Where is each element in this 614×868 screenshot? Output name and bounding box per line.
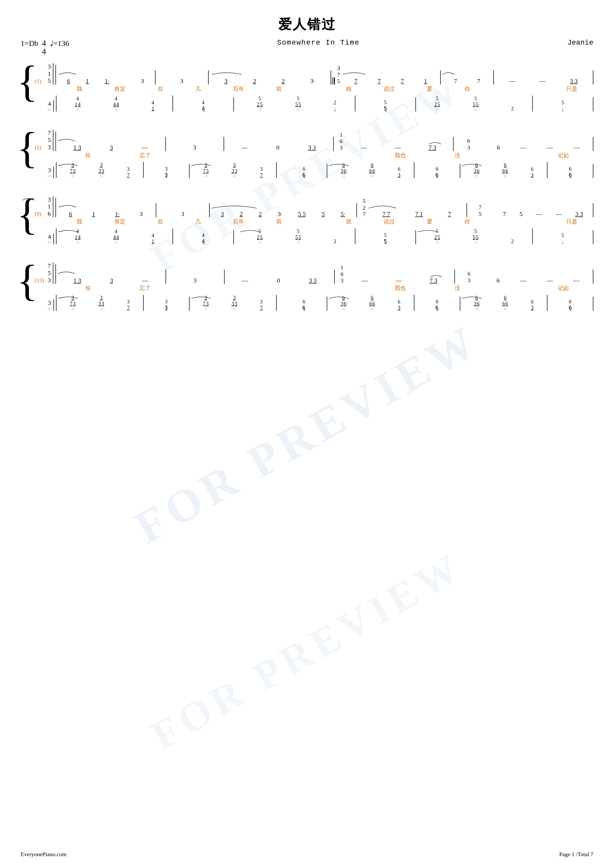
l2-10: 记起 xyxy=(558,152,569,159)
note-i-dot-1: 1· xyxy=(105,78,109,84)
system-1: { (1) 315 6 1 xyxy=(21,63,593,112)
l4-10: 记起 xyxy=(558,284,569,292)
page-title: 爱人错过 xyxy=(21,16,593,34)
l3-8: 就 xyxy=(346,218,351,225)
l3-4: 几 xyxy=(195,218,201,225)
lyrics-3: 我 肯定 在 几 百年 前 就 说过 爱 你 只是 xyxy=(61,218,593,225)
slur-9-5 xyxy=(22,197,35,201)
lyric-row-2: 你 忘了 我也 没 记起 xyxy=(35,152,593,159)
ndash3: — xyxy=(241,144,247,151)
bass-m6: 5 · xyxy=(533,98,593,112)
bass2-m6: 6 6̱ xyxy=(414,164,460,178)
ndash8: — xyxy=(574,144,580,151)
bass-m5: 5 25 : : 5 55 : : xyxy=(416,96,533,112)
treble-init-3: 316 xyxy=(48,196,53,217)
system-4: { (13) 753 1 3 3 — xyxy=(21,262,593,311)
n13-0: 0 xyxy=(277,277,280,284)
l4-8: 没 xyxy=(455,284,460,292)
n13-dash3: — xyxy=(242,277,248,284)
bass2-m3: 3 73 : : 3 33 : : xyxy=(190,162,277,178)
mid-init-2: 163 xyxy=(340,132,342,151)
n13-3t: 3 xyxy=(193,277,196,284)
l3-6: 前 xyxy=(276,218,282,225)
n9-7: 7 xyxy=(448,211,451,217)
brace-4: { xyxy=(17,271,38,290)
l3-3: 在 xyxy=(157,218,163,225)
b4-m7: 6 36 : : 6 66 : : 6 3 xyxy=(460,295,547,311)
m9-5-init: 7 5 xyxy=(467,203,493,217)
b3-m6: 5· xyxy=(533,230,593,244)
n9-3dot: 3· xyxy=(277,211,282,217)
bass2-m7: 6 36 : : 6 66 : : xyxy=(460,162,547,178)
l3-14: 只是 xyxy=(566,218,577,225)
lyric-4: 几 xyxy=(195,85,201,93)
bass-n4: 4 14 : : xyxy=(75,96,81,112)
ni3: 1 3 xyxy=(73,144,81,151)
lyric-14: 只是 xyxy=(566,85,577,93)
b4-slur2 xyxy=(191,295,211,299)
measure-1-6: — — 3 3 xyxy=(494,70,593,85)
bass-init-3: 4: : : xyxy=(48,233,54,245)
slur-9-4 xyxy=(368,204,396,209)
n3-1: 3 xyxy=(224,78,227,84)
bass-m4-content: 3 73 : : 3 33 : : 3 7 xyxy=(56,295,593,311)
slur-1 xyxy=(59,71,76,76)
note-i-1: 1 xyxy=(86,78,89,84)
bass-staff-1: 4: : : 4 14 : : 4 xyxy=(35,95,593,112)
treble-m3: 6 1 1· 3 3 3 2 xyxy=(56,198,593,217)
b4-m4: 66̱ xyxy=(281,297,327,311)
treble-measures-1: 6 1 1· 3 3 3 xyxy=(56,65,593,85)
lyrics-4: 你 忘了 我也 没 记起 xyxy=(61,284,593,292)
ndash4: — xyxy=(361,144,367,151)
m5-4: — — 7 3 xyxy=(344,137,454,151)
lyric-3: 在 xyxy=(157,85,163,93)
treble-staff-2: (5) 753 1 3 3 — 3 xyxy=(35,130,593,151)
n7-3: 7 xyxy=(401,78,404,84)
lyric-2: 肯定 xyxy=(114,85,126,93)
n73-wrap: 7 3 xyxy=(429,144,436,151)
bass-slur-2 xyxy=(191,163,211,167)
n7b: 7 xyxy=(477,78,480,84)
l2-2: 忘了 xyxy=(140,152,151,159)
system-2: { (5) 753 1 3 3 — xyxy=(21,130,593,178)
b4-slur3 xyxy=(328,295,349,299)
m13-4: — — 7 3 xyxy=(345,270,455,284)
b4-m8: 66̱ xyxy=(547,297,593,311)
n13-d1: — xyxy=(362,277,368,284)
note-3-1: 3 xyxy=(141,78,144,84)
bass-staff-2: 3: : : 3 73 : : xyxy=(35,161,593,178)
m13-5-init: 6 3 xyxy=(455,270,483,284)
n13-i3: 1 3 xyxy=(73,277,81,284)
b4-m6: 66̱ xyxy=(414,297,460,311)
treble-staff-3: (9) 316 6 1 1· 3 xyxy=(35,196,593,217)
bass-staff-3: 4: : : 4 14 : : 4 xyxy=(35,228,593,244)
measure-1-3: 3 2 2 3· xyxy=(208,70,331,85)
treble-init-4: 753 xyxy=(48,262,53,284)
treble-m2: 1 3 3 — 3 — 0 3 3 xyxy=(56,132,593,151)
m9-4: 7 7 7 1 7 xyxy=(367,203,467,217)
ndash: — xyxy=(141,144,148,151)
ndash5: — xyxy=(395,144,401,151)
n9-3-1: 3 xyxy=(221,211,224,217)
m9-1: 6 1 1· 3 xyxy=(56,203,156,217)
bass2-m4: 6 6̱ xyxy=(281,164,327,178)
lyric-8: 就 xyxy=(346,85,351,93)
l3-1: 我 xyxy=(76,218,82,225)
n33: 3 3 xyxy=(308,144,316,151)
b4-slur4 xyxy=(462,295,482,299)
n9-5b: 5 xyxy=(322,211,325,217)
l4-1: 你 xyxy=(85,284,91,292)
b3-slur3 xyxy=(417,229,438,233)
slur-3 xyxy=(211,71,242,76)
b4-m5: 6 36 : : 6 66 : : 6 3 xyxy=(327,295,414,311)
b3-m4: 55̱ xyxy=(355,230,416,244)
n2-1: 2 xyxy=(253,78,256,84)
mid-init-4: 163 xyxy=(340,264,344,284)
l2-1: 你 xyxy=(85,152,91,159)
n9-5d: 5 xyxy=(519,211,522,217)
n6b: 6 xyxy=(497,144,500,151)
bass-m4: 5 5̱ xyxy=(355,98,416,112)
footer-right: Page 1 /Total 7 xyxy=(559,851,593,858)
system-3: { (9) 316 6 1 1· 3 xyxy=(21,196,593,245)
mid-init-3: 527 xyxy=(363,198,366,217)
